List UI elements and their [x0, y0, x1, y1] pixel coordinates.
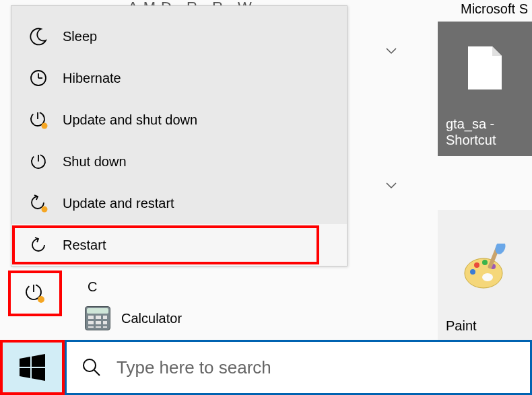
tile-paint[interactable]: Paint: [438, 210, 532, 342]
menu-item-label: Update and restart: [63, 196, 174, 211]
svg-line-27: [94, 370, 100, 375]
truncated-tile-text: Microsoft S: [461, 1, 528, 17]
start-app-label: Calculator: [121, 311, 182, 326]
search-icon: [81, 357, 102, 378]
menu-item-sleep[interactable]: Sleep: [11, 15, 347, 57]
calculator-icon: [85, 306, 110, 330]
highlight-restart: [12, 225, 319, 264]
svg-point-15: [42, 123, 48, 129]
svg-point-4: [470, 269, 475, 275]
power-icon: [26, 152, 51, 171]
file-icon: [467, 45, 503, 91]
chevron-down-icon[interactable]: [385, 47, 397, 55]
taskbar: Type here to search: [0, 340, 532, 395]
paint-palette-icon: [461, 244, 509, 292]
menu-item-update-restart[interactable]: Update and restart: [11, 182, 347, 224]
alpha-group-header[interactable]: C: [88, 279, 97, 295]
svg-point-6: [482, 260, 488, 265]
power-update-icon: [26, 110, 51, 130]
menu-item-label: Hibernate: [63, 71, 121, 86]
svg-point-26: [84, 359, 96, 371]
menu-item-label: Update and shut down: [63, 112, 197, 128]
highlight-start-button: [0, 340, 65, 395]
tile-label: gta_sa - Shortcut: [446, 116, 524, 148]
search-placeholder: Type here to search: [117, 357, 271, 378]
menu-item-update-shutdown[interactable]: Update and shut down: [11, 99, 347, 141]
menu-item-label: Sleep: [63, 29, 97, 44]
svg-marker-1: [492, 46, 502, 56]
tile-label: Paint: [446, 318, 524, 334]
highlight-power-button: [8, 271, 62, 316]
svg-point-3: [482, 273, 493, 281]
moon-icon: [26, 27, 51, 46]
clock-icon: [26, 69, 51, 87]
menu-item-hibernate[interactable]: Hibernate: [11, 57, 347, 99]
menu-item-label: Shut down: [63, 154, 127, 170]
svg-point-18: [42, 207, 48, 213]
tile-gta-shortcut[interactable]: gta_sa - Shortcut: [438, 22, 532, 156]
search-input[interactable]: Type here to search: [65, 340, 532, 395]
restart-update-icon: [26, 193, 51, 213]
menu-item-shutdown[interactable]: Shut down: [11, 141, 347, 182]
chevron-down-icon[interactable]: [385, 182, 397, 190]
svg-point-5: [474, 262, 479, 268]
start-app-calculator[interactable]: Calculator: [85, 306, 182, 330]
